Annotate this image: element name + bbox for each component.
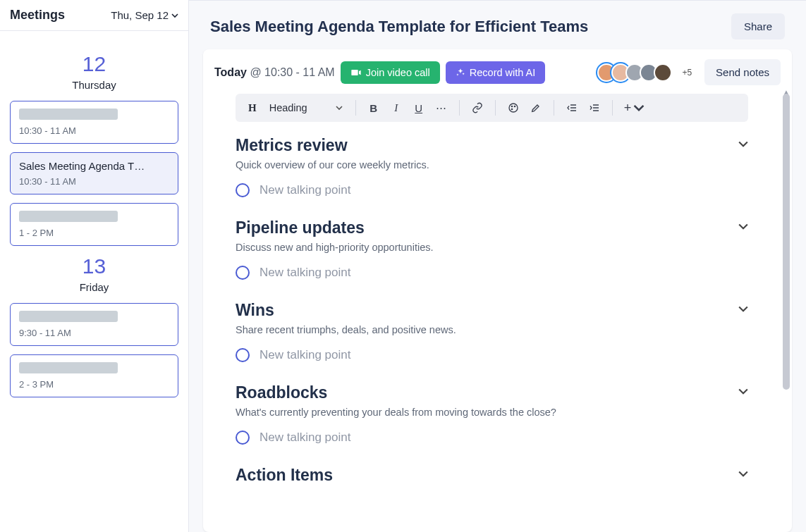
event-title-placeholder: [19, 211, 118, 222]
talking-point-checkbox[interactable]: [236, 266, 250, 280]
section-header: Metrics review: [236, 136, 748, 155]
highlight-button[interactable]: [525, 97, 547, 118]
event-title-placeholder: [19, 311, 118, 322]
day-number: 12: [10, 54, 178, 75]
italic-button[interactable]: I: [386, 97, 407, 118]
meeting-event-card[interactable]: 10:30 - 11 AM: [10, 101, 178, 144]
chevron-down-icon: [738, 304, 748, 314]
bold-button[interactable]: B: [363, 97, 384, 118]
chevron-down-icon: [738, 140, 748, 149]
talking-point-placeholder: New talking point: [259, 183, 350, 197]
section-subtitle: Discuss new and high-priority opportunit…: [236, 242, 748, 253]
section-header: Pipeline updates: [236, 218, 748, 237]
sidebar-header: Meetings Thu, Sep 12: [0, 0, 188, 31]
doc-card-top: Today @ 10:30 - 11 AM Join video call Re…: [203, 49, 792, 94]
participant-avatars[interactable]: [602, 63, 672, 82]
indent-increase-icon: [589, 102, 600, 113]
sidebar-title: Meetings: [10, 8, 65, 23]
talking-point-placeholder: New talking point: [259, 431, 350, 445]
talking-point-checkbox[interactable]: [236, 183, 250, 197]
more-formatting-button[interactable]: ⋯: [431, 97, 452, 118]
heading-select[interactable]: H Heading: [243, 102, 348, 114]
meeting-event-card[interactable]: 2 - 3 PM: [10, 354, 178, 397]
meeting-event-card[interactable]: 9:30 - 11 AM: [10, 303, 178, 346]
meeting-time-label: Today @ 10:30 - 11 AM: [214, 66, 335, 79]
event-title-placeholder: [19, 109, 118, 120]
plus-icon: +: [624, 101, 632, 114]
section-subtitle: Share recent triumphs, deals, and positi…: [236, 324, 748, 335]
section-header: Action Items: [236, 466, 748, 485]
section-title: Action Items: [236, 466, 333, 485]
chevron-down-icon: [738, 387, 748, 397]
send-notes-button[interactable]: Send notes: [704, 59, 781, 85]
indent-increase-button[interactable]: [584, 97, 605, 118]
doc-title: Sales Meeting Agenda Template for Effici…: [210, 18, 588, 36]
new-talking-point-input[interactable]: New talking point: [236, 266, 748, 280]
talking-point-checkbox[interactable]: [236, 431, 250, 445]
indent-decrease-button[interactable]: [561, 97, 582, 118]
doc-card: Today @ 10:30 - 11 AM Join video call Re…: [203, 49, 792, 532]
new-talking-point-input[interactable]: New talking point: [236, 431, 748, 445]
date-picker[interactable]: Thu, Sep 12: [111, 9, 178, 21]
meeting-event-card[interactable]: 1 - 2 PM: [10, 203, 178, 246]
svg-point-0: [509, 104, 518, 112]
event-time: 10:30 - 11 AM: [19, 176, 169, 187]
caret-down-icon: [171, 12, 178, 19]
underline-button[interactable]: U: [408, 97, 429, 118]
event-time: 10:30 - 11 AM: [19, 125, 169, 136]
palette-icon: [508, 102, 519, 113]
talking-point-placeholder: New talking point: [259, 266, 350, 280]
section-title: Roadblocks: [236, 383, 327, 402]
event-time: 9:30 - 11 AM: [19, 328, 169, 338]
event-time: 1 - 2 PM: [19, 228, 169, 238]
main-panel: Sales Meeting Agenda Template for Effici…: [189, 0, 806, 532]
new-talking-point-input[interactable]: New talking point: [236, 348, 748, 362]
section-subtitle: What's currently preventing your deals f…: [236, 407, 748, 418]
scrollbar[interactable]: ▲ ▼: [781, 94, 792, 532]
section-title: Pipeline updates: [236, 218, 365, 237]
collapse-section-button[interactable]: [738, 469, 748, 482]
section-header: Wins: [236, 301, 748, 320]
sparkle-icon: [456, 68, 465, 78]
link-button[interactable]: [467, 97, 488, 118]
svg-point-2: [514, 106, 515, 106]
day-number: 13: [10, 256, 178, 277]
section-title: Wins: [236, 301, 274, 320]
collapse-section-button[interactable]: [738, 222, 748, 235]
new-talking-point-input[interactable]: New talking point: [236, 183, 748, 197]
agenda-section: Pipeline updatesDiscuss new and high-pri…: [236, 218, 748, 280]
agenda-section: WinsShare recent triumphs, deals, and po…: [236, 301, 748, 362]
collapse-section-button[interactable]: [738, 140, 748, 152]
event-title-placeholder: [19, 362, 118, 373]
more-participants-count[interactable]: +5: [682, 68, 692, 78]
record-with-ai-button[interactable]: Record with AI: [446, 61, 546, 84]
record-with-ai-label: Record with AI: [470, 67, 536, 78]
chevron-down-icon: [738, 222, 748, 232]
avatar[interactable]: [654, 63, 672, 82]
talking-point-checkbox[interactable]: [236, 348, 250, 362]
scroll-thumb[interactable]: [783, 94, 790, 390]
meeting-event-card[interactable]: Sales Meeting Agenda T…10:30 - 11 AM: [10, 152, 178, 194]
heading-select-label: Heading: [269, 102, 307, 113]
day-name: Thursday: [10, 79, 178, 91]
section-title: Metrics review: [236, 136, 348, 155]
section-subtitle: Quick overview of our core weekly metric…: [236, 159, 748, 171]
join-video-call-button[interactable]: Join video call: [341, 61, 440, 84]
doc-content[interactable]: H Heading B I U ⋯: [203, 94, 781, 532]
collapse-section-button[interactable]: [738, 304, 748, 317]
scroll-down-icon[interactable]: ▼: [783, 529, 790, 532]
color-button[interactable]: [503, 97, 524, 118]
sidebar-body[interactable]: 12Thursday10:30 - 11 AMSales Meeting Age…: [0, 31, 188, 434]
join-video-call-label: Join video call: [366, 67, 430, 78]
insert-button[interactable]: +: [620, 97, 649, 118]
day-header: 12Thursday: [10, 54, 178, 91]
caret-down-icon: [336, 104, 343, 111]
day-name: Friday: [10, 281, 178, 293]
today-label: Today: [214, 66, 247, 78]
share-button[interactable]: Share: [731, 13, 785, 39]
svg-point-3: [511, 109, 512, 109]
time-text: @ 10:30 - 11 AM: [250, 66, 334, 78]
section-header: Roadblocks: [236, 383, 748, 402]
collapse-section-button[interactable]: [738, 387, 748, 400]
agenda-section: Action Items: [236, 466, 748, 485]
